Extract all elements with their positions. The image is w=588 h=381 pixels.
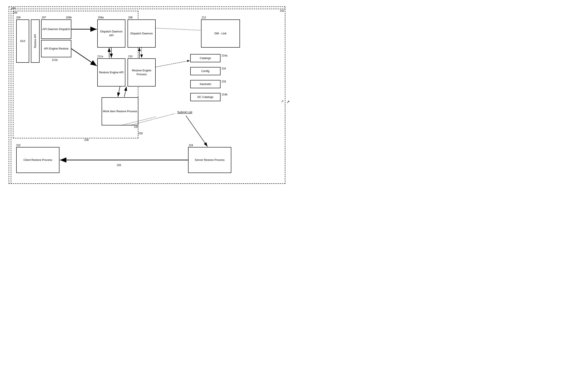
- client-restore-label: Client Restore Process: [23, 158, 52, 162]
- api-engine-restore-label: API Engine Restore: [44, 47, 68, 51]
- restore-api-box: Restore API: [31, 20, 40, 63]
- label-209a: 209a: [98, 16, 104, 19]
- dispatch-daemon-api-label: Dispatch Daemon API: [98, 30, 125, 37]
- label-220: 220: [134, 126, 138, 128]
- catalogs-label: Catalogs: [200, 56, 211, 60]
- label-209b: 209b: [66, 16, 72, 19]
- dc-catalogs-label: DC Catalogs: [197, 95, 213, 99]
- label-208: 208: [128, 16, 132, 19]
- label-210: 210: [128, 55, 132, 58]
- label-206: 206: [16, 16, 21, 19]
- config-label: Config: [201, 69, 210, 73]
- dm-link-label: DM - Link: [214, 32, 227, 36]
- savesets-box: Savesets: [190, 80, 220, 88]
- dc-catalogs-box: DC Catalogs: [190, 93, 220, 101]
- dispatch-daemon-api-box: Dispatch Daemon API: [97, 20, 126, 48]
- label-214b: 214b: [222, 93, 227, 96]
- restore-engine-api-label: Restore Engine API: [99, 70, 124, 74]
- label-211a: 211a: [97, 55, 103, 58]
- dm-link-box: DM - Link: [201, 20, 240, 48]
- label-202: 202: [280, 9, 284, 12]
- restore-api-label: Restore API: [34, 34, 37, 48]
- label-230-text: 230: [138, 132, 143, 135]
- submit-list-label: Submit List: [177, 110, 192, 114]
- label-204: 204: [13, 11, 17, 14]
- label-207: 207: [42, 16, 46, 19]
- label-212: 212: [202, 16, 206, 19]
- dispatch-daemon-label: Dispatch Daemon: [130, 32, 153, 36]
- gui-label: GUI: [20, 39, 25, 43]
- restore-engine-api-box: Restore Engine API: [97, 58, 126, 86]
- gui-box: GUI: [16, 20, 29, 63]
- arrow-indicator-200: ↗: [286, 100, 290, 104]
- savesets-label: Savesets: [200, 82, 211, 86]
- api-daemon-dispatch-box: API Daemon Dispatch: [41, 20, 71, 39]
- dispatch-daemon-box: Dispatch Daemon: [127, 20, 156, 48]
- catalogs-box: Catalogs: [190, 54, 220, 62]
- restore-engine-process-box: Restore Engine Process: [127, 58, 156, 86]
- client-restore-box: Client Restore Process: [16, 147, 60, 173]
- label-211b: 211b: [52, 58, 58, 62]
- label-224: 224: [189, 144, 193, 147]
- diagram-container: 200 ↗ 202 204 GUI 206 Restore API API Da…: [0, 0, 294, 190]
- server-restore-box: Server Restore Process: [188, 147, 231, 173]
- work-item-restore-box: Work Item Restore Process: [102, 97, 138, 126]
- server-restore-label: Server Restore Process: [195, 158, 225, 162]
- api-engine-restore-box: API Engine Restore: [41, 40, 71, 57]
- label-228-text: 228: [84, 138, 89, 141]
- submit-list-container: Submit List: [177, 110, 192, 114]
- label-218: 218: [222, 80, 226, 83]
- config-box: Config: [190, 67, 220, 75]
- restore-engine-process-label: Restore Engine Process: [128, 68, 155, 76]
- label-216: 216: [222, 67, 226, 70]
- label-222: 222: [16, 144, 21, 147]
- api-daemon-dispatch-label: API Daemon Dispatch: [42, 27, 70, 31]
- label-214a: 214a: [222, 54, 227, 57]
- work-item-restore-label: Work Item Restore Process: [103, 109, 137, 113]
- label-226-text: 226: [117, 164, 121, 167]
